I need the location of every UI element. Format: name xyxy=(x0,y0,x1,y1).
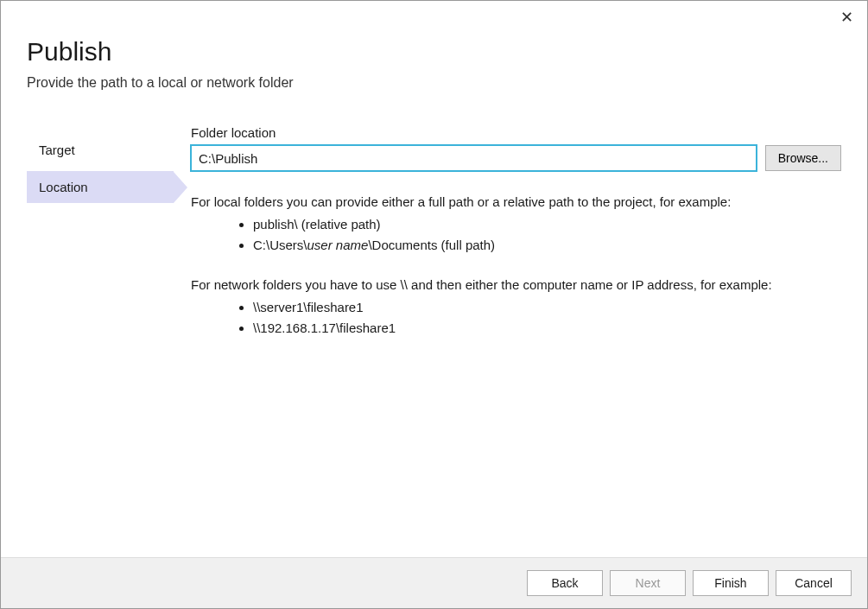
help-local-intro: For local folders you can provide either… xyxy=(191,192,841,213)
help-network-list: \\server1\fileshare1 \\192.168.1.17\file… xyxy=(191,297,841,339)
folder-location-label: Folder location xyxy=(191,125,841,140)
main-area: Target Location Folder location Browse..… xyxy=(1,125,867,358)
folder-location-input[interactable] xyxy=(191,145,757,171)
help-network-intro: For network folders you have to use \\ a… xyxy=(191,275,841,295)
sidebar-item-location[interactable]: Location xyxy=(27,171,174,203)
finish-button[interactable]: Finish xyxy=(693,570,769,596)
sidebar-item-label: Target xyxy=(39,143,75,157)
close-icon: ✕ xyxy=(840,9,853,26)
browse-button[interactable]: Browse... xyxy=(765,145,841,171)
wizard-sidebar: Target Location xyxy=(27,125,174,358)
close-button[interactable]: ✕ xyxy=(840,10,853,25)
help-text: For local folders you can provide either… xyxy=(191,192,841,339)
dialog-title: Publish xyxy=(27,37,841,67)
back-button[interactable]: Back xyxy=(527,570,603,596)
help-network-example: \\server1\fileshare1 xyxy=(253,297,841,318)
folder-input-row: Browse... xyxy=(191,145,841,171)
help-local-section: For local folders you can provide either… xyxy=(191,192,841,256)
help-network-section: For network folders you have to use \\ a… xyxy=(191,275,841,339)
sidebar-item-label: Location xyxy=(39,180,88,194)
dialog-header: Publish Provide the path to a local or n… xyxy=(1,1,867,108)
help-local-example: publish\ (relative path) xyxy=(253,214,841,235)
sidebar-item-target[interactable]: Target xyxy=(27,134,174,166)
content-panel: Folder location Browse... For local fold… xyxy=(174,125,841,358)
help-local-example: C:\Users\user name\Documents (full path) xyxy=(253,235,841,256)
next-button: Next xyxy=(610,570,686,596)
dialog-subtitle: Provide the path to a local or network f… xyxy=(27,75,841,91)
cancel-button[interactable]: Cancel xyxy=(776,570,852,596)
dialog-footer: Back Next Finish Cancel xyxy=(1,557,867,608)
help-local-list: publish\ (relative path) C:\Users\user n… xyxy=(191,214,841,256)
help-network-example: \\192.168.1.17\fileshare1 xyxy=(253,318,841,339)
